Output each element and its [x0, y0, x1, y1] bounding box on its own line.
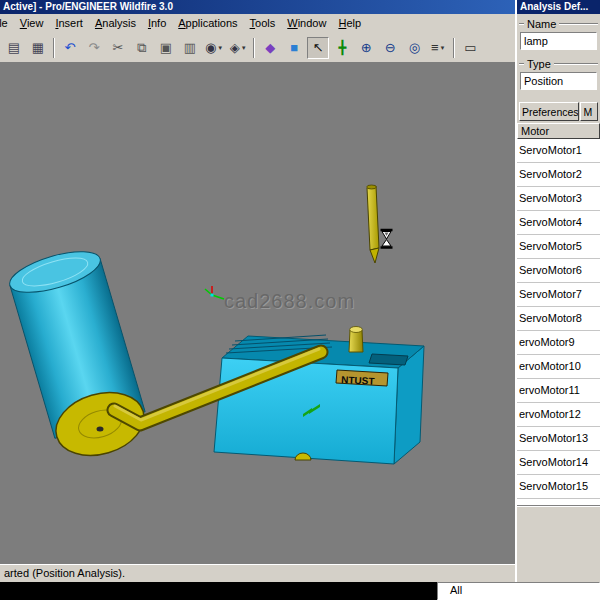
zoom-out-icon: ⊖	[385, 41, 396, 54]
statusbar: arted (Position Analysis).	[0, 564, 515, 582]
spin-center-button[interactable]: ╋	[331, 37, 353, 59]
paste-icon: ▣	[160, 41, 172, 54]
dropdown-arrow-icon: ▼	[440, 45, 446, 51]
refit-button[interactable]: ◎	[403, 37, 425, 59]
select-arrow-button[interactable]: ↖	[307, 37, 329, 59]
motor-row[interactable]: ServoMotor5	[517, 235, 600, 259]
zoom-in-icon: ⊕	[361, 41, 372, 54]
toolbar-separator	[453, 38, 455, 58]
base-slot	[369, 354, 408, 365]
tab-preferences[interactable]: Preferences	[519, 102, 579, 121]
repaint-icon: ◆	[265, 41, 275, 54]
motor-column-header[interactable]: Motor	[517, 123, 600, 139]
spin-center-icon: ╋	[338, 41, 346, 54]
motor-row[interactable]: ervoMotor10	[517, 355, 600, 379]
motor-row[interactable]: ServoMotor1	[517, 139, 600, 163]
paste-special-button[interactable]: ▥	[179, 37, 201, 59]
dropdown-arrow-icon: ▼	[241, 45, 247, 51]
motor-row[interactable]: ServoMotor15	[517, 475, 600, 499]
filter-value: All	[450, 584, 462, 596]
motor-row[interactable]: ervoMotor11	[517, 379, 600, 403]
motor-column-label: Motor	[521, 125, 549, 137]
filter-select[interactable]: All	[437, 582, 600, 600]
undo-button[interactable]: ↶	[59, 37, 81, 59]
motor-row[interactable]: ServoMotor14	[517, 451, 600, 475]
motor-row[interactable]: ServoMotor13	[517, 427, 600, 451]
redo-icon: ↷	[89, 41, 100, 54]
window-title: Active] - Pro/ENGINEER Wildfire 3.0	[3, 1, 173, 12]
menubar: FileViewInsertAnalysisInfoApplicationsTo…	[0, 14, 515, 33]
menu-insert[interactable]: Insert	[49, 14, 89, 33]
motor-row[interactable]: ServoMotor8	[517, 307, 600, 331]
menu-help[interactable]: Help	[332, 14, 367, 33]
paste-special-icon: ▥	[184, 41, 196, 54]
find-icon: ◉	[205, 41, 216, 54]
titlebar: Active] - Pro/ENGINEER Wildfire 3.0	[0, 0, 515, 14]
motor-row[interactable]: ServoMotor7	[517, 283, 600, 307]
name-input[interactable]	[520, 32, 597, 50]
main-area: Active] - Pro/ENGINEER Wildfire 3.0 File…	[0, 0, 515, 582]
menu-info[interactable]: Info	[142, 14, 172, 33]
menu-analysis[interactable]: Analysis	[89, 14, 142, 33]
layers-button[interactable]: ≡▼	[427, 37, 449, 59]
hourglass-cursor	[381, 230, 393, 248]
motor-row[interactable]: ServoMotor2	[517, 163, 600, 187]
toolbar-separator	[253, 38, 255, 58]
copy-button[interactable]: ⧉	[131, 37, 153, 59]
base-post	[349, 327, 363, 353]
dialog-footer	[517, 505, 600, 575]
zoom-in-button[interactable]: ⊕	[355, 37, 377, 59]
viewport-3d[interactable]: cad2688.com	[0, 62, 515, 564]
refit-icon: ◎	[409, 41, 420, 54]
shaded-view-button[interactable]: ■	[283, 37, 305, 59]
app-window: Active] - Pro/ENGINEER Wildfire 3.0 File…	[0, 0, 600, 600]
select-arrow-icon: ↖	[313, 41, 324, 54]
print-button[interactable]: ▦	[27, 37, 49, 59]
dialog-tabs: Preferences M	[519, 102, 598, 121]
menu-tools[interactable]: Tools	[244, 14, 282, 33]
repaint-button[interactable]: ◆	[259, 37, 281, 59]
menu-window[interactable]: Window	[281, 14, 332, 33]
toolbar-separator	[53, 38, 55, 58]
find-button[interactable]: ◉▼	[203, 37, 225, 59]
ntust-label: NTUST	[341, 374, 375, 387]
dialog-titlebar: Analysis Def...	[517, 0, 600, 14]
status-message: arted (Position Analysis).	[4, 567, 125, 579]
bottom-bar: All	[0, 582, 600, 600]
export-button[interactable]: ▤	[3, 37, 25, 59]
print-icon: ▦	[32, 41, 44, 54]
motor-row[interactable]: ServoMotor4	[517, 211, 600, 235]
paste-button[interactable]: ▣	[155, 37, 177, 59]
analysis-definition-dialog: Analysis Def... Name Type Preferences M …	[515, 0, 600, 582]
dropdown-arrow-icon: ▼	[217, 45, 223, 51]
cut-icon: ✂	[113, 41, 124, 54]
motor-row[interactable]: ervoMotor12	[517, 403, 600, 427]
motor-row[interactable]: ServoMotor3	[517, 187, 600, 211]
window-view-button[interactable]: ▭	[459, 37, 481, 59]
lamp-cylinder[interactable]	[5, 243, 151, 465]
undo-icon: ↶	[65, 41, 76, 54]
dialog-title: Analysis Def...	[520, 1, 588, 12]
menu-file[interactable]: File	[0, 14, 14, 33]
cut-button[interactable]: ✂	[107, 37, 129, 59]
zoom-out-button[interactable]: ⊖	[379, 37, 401, 59]
menu-applications[interactable]: Applications	[172, 14, 243, 33]
coordinate-axes	[205, 286, 224, 299]
menu-view[interactable]: View	[14, 14, 50, 33]
name-label: Name	[527, 18, 556, 30]
select-set-icon: ◈	[230, 41, 240, 54]
watermark: cad2688.com	[224, 290, 355, 312]
motor-list: ServoMotor1ServoMotor2ServoMotor3ServoMo…	[517, 139, 600, 499]
taskbar-area	[0, 582, 437, 600]
pin-part[interactable]	[367, 185, 379, 263]
type-label: Type	[527, 58, 551, 70]
type-select[interactable]	[520, 72, 597, 90]
shaded-view-icon: ■	[290, 41, 298, 54]
tab-motors[interactable]: M	[580, 102, 598, 121]
motor-row[interactable]: ervoMotor9	[517, 331, 600, 355]
motor-row[interactable]: ServoMotor6	[517, 259, 600, 283]
type-section-label: Type	[519, 58, 598, 70]
redo-button[interactable]: ↷	[83, 37, 105, 59]
select-set-button[interactable]: ◈▼	[227, 37, 249, 59]
window-view-icon: ▭	[464, 41, 476, 54]
